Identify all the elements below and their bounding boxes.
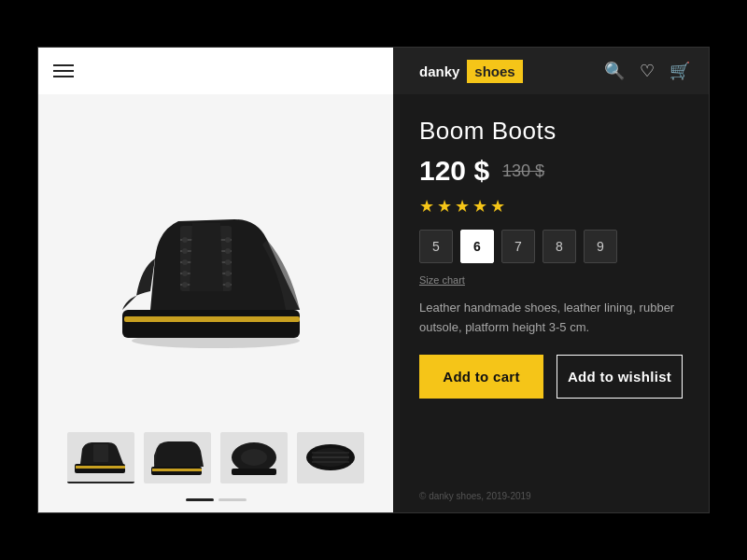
price-old: 130 $ [502, 161, 544, 181]
svg-point-17 [182, 282, 188, 287]
thumbnail-4[interactable] [297, 432, 364, 483]
svg-point-26 [241, 449, 267, 466]
progress-dot-2 [218, 498, 247, 501]
svg-point-18 [225, 282, 231, 287]
brand-name-danky: danky [412, 60, 467, 83]
svg-point-14 [225, 259, 231, 265]
action-buttons: Add to cart Add to wishlist [419, 355, 683, 399]
thumbnail-3[interactable] [220, 432, 288, 483]
thumbnail-1[interactable] [67, 432, 134, 483]
star-5: ★ [490, 196, 505, 217]
svg-rect-25 [232, 469, 276, 475]
navbar-left [38, 48, 393, 94]
svg-rect-23 [152, 469, 202, 471]
star-2: ★ [437, 196, 452, 217]
product-name: Boom Boots [419, 117, 683, 146]
navbar-right: danky shoes 🔍 ♡ 🛒 [393, 48, 709, 94]
progress-dot-1 [186, 498, 214, 501]
svg-point-16 [225, 271, 231, 276]
svg-point-10 [225, 237, 231, 243]
svg-point-13 [182, 259, 188, 265]
left-panel [38, 48, 393, 512]
svg-rect-20 [76, 466, 125, 469]
add-to-wishlist-button[interactable]: Add to wishlist [557, 355, 683, 399]
size-6[interactable]: 6 [460, 230, 494, 263]
hamburger-menu[interactable] [53, 64, 74, 77]
star-1: ★ [419, 196, 434, 217]
star-4: ★ [472, 196, 487, 217]
svg-point-11 [182, 248, 188, 254]
star-3: ★ [455, 196, 470, 217]
size-selector: 5 6 7 8 9 [419, 230, 683, 263]
product-card: danky shoes 🔍 ♡ 🛒 Boom Boots 120 $ 130 $… [37, 47, 710, 513]
svg-rect-1 [122, 310, 300, 338]
product-content: Boom Boots 120 $ 130 $ ★ ★ ★ ★ ★ 5 6 7 8… [393, 94, 709, 491]
brand-logo: danky shoes [412, 60, 523, 83]
thumbnail-2[interactable] [144, 432, 211, 483]
thumbnails-row [38, 423, 393, 498]
wishlist-icon[interactable]: ♡ [640, 61, 655, 81]
svg-rect-21 [93, 444, 108, 462]
image-progress [186, 498, 247, 512]
main-product-image [104, 165, 328, 352]
size-7[interactable]: 7 [501, 230, 535, 263]
main-image-area [38, 94, 393, 423]
brand-name-shoes: shoes [467, 60, 522, 83]
right-panel: danky shoes 🔍 ♡ 🛒 Boom Boots 120 $ 130 $… [393, 48, 709, 512]
add-to-cart-button[interactable]: Add to cart [419, 355, 543, 399]
svg-point-15 [182, 271, 188, 276]
cart-icon[interactable]: 🛒 [669, 61, 690, 81]
size-chart-link[interactable]: Size chart [419, 274, 683, 286]
search-icon[interactable]: 🔍 [604, 61, 625, 81]
price-row: 120 $ 130 $ [419, 155, 683, 187]
size-9[interactable]: 9 [584, 230, 617, 263]
svg-rect-2 [124, 316, 300, 322]
footer-copyright: © danky shoes, 2019-2019 [393, 491, 709, 512]
size-8[interactable]: 8 [543, 230, 576, 263]
size-5[interactable]: 5 [419, 230, 453, 263]
price-current: 120 $ [419, 155, 489, 187]
rating-stars: ★ ★ ★ ★ ★ [419, 196, 683, 217]
product-description: Leather handmade shoes, leather lining, … [419, 299, 683, 338]
svg-point-12 [225, 248, 231, 254]
svg-point-9 [182, 237, 188, 243]
